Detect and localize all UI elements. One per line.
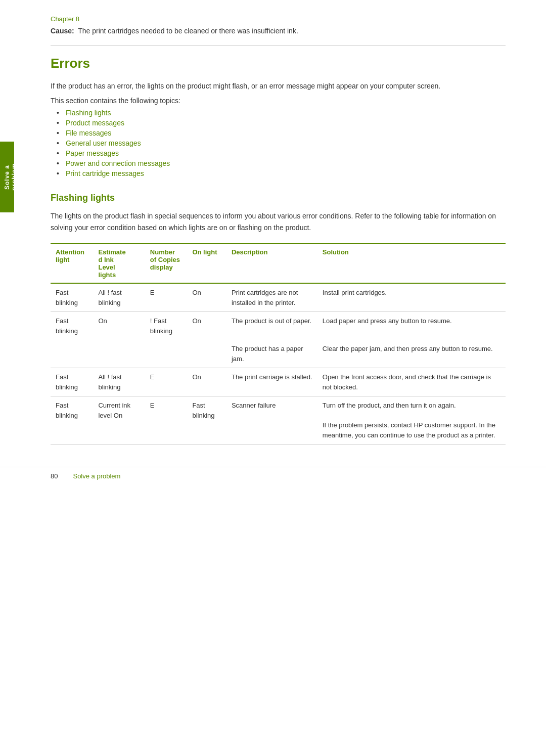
- col-header-copies: Numberof Copiesdisplay: [145, 244, 188, 283]
- table-row: Fast blinking All ! fast blinking E On P…: [51, 283, 506, 312]
- cell-copies: [145, 340, 188, 368]
- chapter-label: Chapter 8: [51, 15, 506, 23]
- cell-ink: On: [93, 312, 145, 340]
- toc-list: Flashing lights Product messages File me…: [66, 109, 506, 177]
- col-header-attention: Attentionlight: [51, 244, 93, 283]
- cell-copies: E: [145, 396, 188, 444]
- section-title: Errors: [51, 56, 506, 71]
- toc-intro: This section contains the following topi…: [51, 97, 506, 105]
- cell-solution: Clear the paper jam, and then press any …: [317, 340, 506, 368]
- cell-attention: Fast blinking: [51, 396, 93, 444]
- cell-attention: Fast blinking: [51, 283, 93, 312]
- cell-solution: Turn off the product, and then turn it o…: [317, 396, 506, 444]
- cell-attention: [51, 340, 93, 368]
- col-header-solution: Solution: [317, 244, 506, 283]
- toc-item-file[interactable]: File messages: [66, 129, 506, 137]
- cell-description: The print carriage is stalled.: [226, 368, 317, 396]
- footer-label: Solve a problem: [73, 472, 120, 480]
- subsection-title: Flashing lights: [51, 193, 506, 203]
- cell-ink: All ! fast blinking: [93, 368, 145, 396]
- toc-item-power[interactable]: Power and connection messages: [66, 159, 506, 167]
- footer: 80 Solve a problem: [0, 467, 546, 480]
- cell-description: Scanner failure: [226, 396, 317, 444]
- toc-link-paper[interactable]: Paper messages: [66, 149, 119, 157]
- cell-solution: Open the front access door, and check th…: [317, 368, 506, 396]
- subsection-intro: The lights on the product flash in speci…: [51, 210, 506, 233]
- footer-page-number: 80: [51, 472, 58, 480]
- toc-item-paper[interactable]: Paper messages: [66, 149, 506, 157]
- table-row: Fast blinking Current ink level On E Fas…: [51, 396, 506, 444]
- col-header-ink: Estimated InkLevellights: [93, 244, 145, 283]
- cell-on: On: [187, 283, 226, 312]
- cell-on: On: [187, 312, 226, 340]
- toc-link-power[interactable]: Power and connection messages: [66, 159, 170, 167]
- cell-description: The product is out of paper.: [226, 312, 317, 340]
- toc-item-cartridge[interactable]: Print cartridge messages: [66, 169, 506, 177]
- cell-solution: Install print cartridges.: [317, 283, 506, 312]
- table-row: The product has a paper jam. Clear the p…: [51, 340, 506, 368]
- col-header-description: Description: [226, 244, 317, 283]
- cell-attention: Fast blinking: [51, 368, 93, 396]
- toc-link-product[interactable]: Product messages: [66, 119, 124, 127]
- cause-line: Cause: The print cartridges needed to be…: [51, 27, 506, 46]
- cell-copies: E: [145, 368, 188, 396]
- cause-text: The print cartridges needed to be cleane…: [78, 27, 298, 35]
- toc-link-cartridge[interactable]: Print cartridge messages: [66, 169, 144, 177]
- cell-attention: Fast blinking: [51, 312, 93, 340]
- cell-on: Fast blinking: [187, 396, 226, 444]
- cell-on: On: [187, 368, 226, 396]
- toc-link-general[interactable]: General user messages: [66, 139, 141, 147]
- cause-bold: Cause:: [51, 27, 74, 35]
- col-header-on: On light: [187, 244, 226, 283]
- table-row: Fast blinking On ! Fast blinking On The …: [51, 312, 506, 340]
- cell-ink: [93, 340, 145, 368]
- table-row: Fast blinking All ! fast blinking E On T…: [51, 368, 506, 396]
- toc-link-file[interactable]: File messages: [66, 129, 111, 137]
- cell-solution: Load paper and press any button to resum…: [317, 312, 506, 340]
- flashing-lights-table: Attentionlight Estimated InkLevellights …: [51, 243, 506, 444]
- toc-link-flashing[interactable]: Flashing lights: [66, 109, 111, 117]
- toc-item-general[interactable]: General user messages: [66, 139, 506, 147]
- toc-item-product[interactable]: Product messages: [66, 119, 506, 127]
- cell-description: The product has a paper jam.: [226, 340, 317, 368]
- intro-paragraph-1: If the product has an error, the lights …: [51, 80, 506, 92]
- cell-description: Print cartridges are not installed in th…: [226, 283, 317, 312]
- cell-copies: ! Fast blinking: [145, 312, 188, 340]
- cell-ink: Current ink level On: [93, 396, 145, 444]
- toc-item-flashing[interactable]: Flashing lights: [66, 109, 506, 117]
- cell-ink: All ! fast blinking: [93, 283, 145, 312]
- cell-on: [187, 340, 226, 368]
- sidebar-tab: Solve a problem: [0, 142, 14, 212]
- cell-copies: E: [145, 283, 188, 312]
